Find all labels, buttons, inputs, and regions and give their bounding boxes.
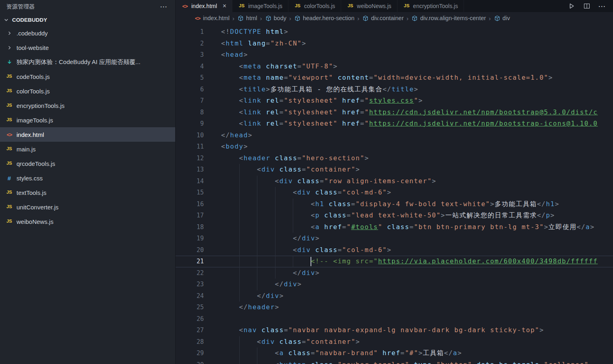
code-line-19[interactable]: 19 </div> — [176, 233, 613, 244]
code-token: = — [280, 120, 284, 127]
file-item-unitconverter-js[interactable]: JSunitConverter.js — [0, 200, 175, 214]
breadcrumb-item-body[interactable]: body — [265, 15, 286, 21]
breadcrumb-item-div-row-align-items-center[interactable]: div.row.align-items-center — [411, 15, 486, 21]
code-line-16[interactable]: 16 <h1 class="display-4 fw-bold text-whi… — [176, 199, 613, 210]
code-token: = — [280, 108, 284, 116]
code-line-11[interactable]: 11<body> — [176, 141, 613, 153]
code-token: h1 — [315, 200, 324, 208]
code-line-24[interactable]: 24 </div> — [176, 290, 613, 302]
file-item-colortools-js[interactable]: JScolorTools.js — [0, 84, 175, 98]
code-token: "#" — [405, 349, 418, 357]
code-line-12[interactable]: 12 <header class="hero-section"> — [176, 153, 613, 164]
file-item-main-js[interactable]: JSmain.js — [0, 142, 175, 156]
code-line-28[interactable]: 28 <div class="container"> — [176, 336, 613, 348]
code-line-25[interactable]: 25 </header> — [176, 302, 613, 313]
code-line-10[interactable]: 10</head> — [176, 130, 613, 141]
tab-encryptiontools-js[interactable]: JSencryptionTools.js — [398, 0, 464, 12]
line-number: 20 — [176, 244, 204, 256]
code-token: = — [297, 62, 302, 70]
code-line-30[interactable]: 30 <button class="navbar-toggler" type="… — [176, 359, 613, 364]
indent-guide — [257, 176, 257, 187]
tab-imagetools-js[interactable]: JSimageTools.js — [232, 0, 288, 12]
split-editor-icon[interactable] — [583, 2, 590, 10]
breadcrumb-item-html[interactable]: html — [237, 15, 257, 21]
line-content: <a href="#tools" class="btn btn-primary … — [204, 221, 613, 233]
code-token: https://cdn.jsdelivr.net/npm/bootstrap@5… — [369, 108, 598, 116]
code-line-4[interactable]: 4 <meta charset="UTF-8"> — [176, 61, 613, 72]
code-line-17[interactable]: 17 <p class="lead text-white-50">一站式解决您的… — [176, 210, 613, 221]
code-token: </ — [444, 349, 453, 357]
tab-close-icon[interactable]: × — [223, 3, 226, 9]
code-token: "col-md-6" — [342, 246, 387, 254]
code-line-26[interactable]: 26 — [176, 313, 613, 325]
file-item-weibonews-js[interactable]: JSweiboNews.js — [0, 214, 175, 229]
code-line-18[interactable]: 18 <a href="#tools" class="btn btn-prima… — [176, 221, 613, 233]
code-line-23[interactable]: 23 </div> — [176, 279, 613, 290]
code-token: < — [221, 326, 244, 334]
workspace-section-header[interactable]: CODEBUDDY — [0, 14, 175, 26]
tab-index-html[interactable]: <>index.html× — [176, 0, 232, 12]
code-token: 立即使用 — [549, 223, 577, 231]
code-token: lang — [244, 39, 266, 47]
tab-colortools-js[interactable]: JScolorTools.js — [288, 0, 341, 12]
code-token: < — [221, 154, 244, 162]
code-token: > — [364, 154, 369, 162]
line-content: <nav class="navbar navbar-expand-lg navb… — [204, 325, 613, 336]
code-line-20[interactable]: 20 <div class="col-md-6"> — [176, 244, 613, 256]
code-line-3[interactable]: 3<head> — [176, 49, 613, 61]
code-token: meta — [244, 74, 262, 81]
code-editor[interactable]: 1<!DOCTYPE html>2<html lang="zh-CN">3<he… — [176, 24, 613, 364]
code-token: content — [333, 74, 369, 81]
line-content: <div class="container"> — [204, 164, 613, 176]
file-item-label: encryptionTools.js — [17, 102, 64, 109]
code-line-7[interactable]: 7 <link rel="stylesheet" href="styles.cs… — [176, 95, 613, 107]
cube-icon — [237, 15, 244, 21]
file-item-index-html[interactable]: <>index.html — [0, 127, 175, 142]
file-item-codebuddy-ai[interactable]: 独家内测体验：CodeBuddy AI 应用能否颠覆... — [0, 55, 175, 69]
file-item-imagetools-js[interactable]: JSimageTools.js — [0, 113, 175, 127]
run-icon[interactable] — [568, 2, 575, 10]
code-line-6[interactable]: 6 <title>多功能工具箱 - 您的在线工具集合</title> — [176, 84, 613, 95]
code-token: header — [244, 154, 271, 162]
code-line-2[interactable]: 2<html lang="zh-CN"> — [176, 38, 613, 50]
arrow-down-icon — [5, 59, 14, 65]
line-number: 3 — [176, 49, 204, 61]
code-token: class — [293, 177, 320, 185]
code-line-8[interactable]: 8 <link rel="stylesheet" href="https://c… — [176, 107, 613, 118]
code-line-1[interactable]: 1<!DOCTYPE html> — [176, 26, 613, 38]
explorer-more-actions-icon[interactable]: ⋯ — [160, 3, 168, 10]
code-line-14[interactable]: 14 <div class="row align-items-center"> — [176, 176, 613, 187]
file-item-tool-website[interactable]: tool-website — [0, 40, 175, 55]
file-item-qrcodetools-js[interactable]: JSqrcodeTools.js — [0, 156, 175, 171]
code-line-22[interactable]: 22 </div> — [176, 267, 613, 279]
file-item-codetools-js[interactable]: JScodeTools.js — [0, 69, 175, 84]
code-line-13[interactable]: 13 <div class="container"> — [176, 164, 613, 176]
code-line-29[interactable]: 29 <a class="navbar-brand" href="#">工具箱<… — [176, 347, 613, 359]
indent-guide — [239, 210, 240, 221]
more-actions-icon[interactable]: ⋯ — [599, 2, 606, 10]
indent-guide — [239, 187, 240, 199]
file-item-styles-css[interactable]: #styles.css — [0, 171, 175, 185]
code-token: class — [311, 188, 338, 196]
file-item-codebuddy[interactable]: .codebuddy — [0, 26, 175, 40]
code-token: class — [311, 246, 338, 254]
file-item-texttools-js[interactable]: JStextTools.js — [0, 185, 175, 200]
code-line-27[interactable]: 27 <nav class="navbar navbar-expand-lg n… — [176, 325, 613, 336]
breadcrumb-separator: › — [260, 15, 262, 22]
code-token: button — [280, 361, 306, 364]
breadcrumb-item-div-container[interactable]: div.container — [362, 15, 404, 21]
code-token: p — [546, 211, 550, 219]
code-line-15[interactable]: 15 <div class="col-md-6"> — [176, 187, 613, 199]
code-token: "viewport" — [288, 74, 333, 81]
code-line-9[interactable]: 9 <link rel="stylesheet" href="https://c… — [176, 118, 613, 130]
breadcrumb-item-header-hero-section[interactable]: header.hero-section — [294, 15, 354, 21]
indent-guide — [257, 187, 257, 199]
file-item-label: styles.css — [17, 175, 43, 182]
code-line-21[interactable]: 21 <!-- <img src="https://via.placeholde… — [176, 256, 613, 267]
code-line-5[interactable]: 5 <meta name="viewport" content="width=d… — [176, 72, 613, 84]
breadcrumb-item-div[interactable]: div — [494, 15, 510, 21]
tab-weibonews-js[interactable]: JSweiboNews.js — [341, 0, 398, 12]
file-item-encryptiontools-js[interactable]: JSencryptionTools.js — [0, 98, 175, 113]
line-number: 18 — [176, 221, 204, 233]
breadcrumb-item-index-html[interactable]: <>index.html — [194, 15, 230, 21]
